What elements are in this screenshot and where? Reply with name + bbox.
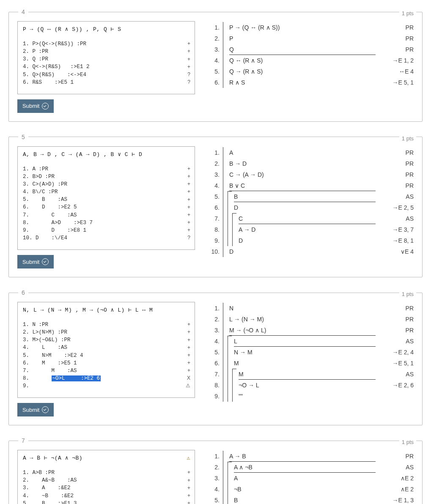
proof-row: 1.P → (Q ↔ (R ∧ S))PR [208,22,414,33]
line-mark: + [182,492,190,499]
work-line[interactable]: 3. C>(A>D) :PR+ [23,181,190,188]
warning-icon: ⚠ [187,455,190,461]
line-mark: ? [182,79,190,86]
work-line[interactable]: 5. B :AS+ [23,196,190,203]
submit-button[interactable]: Submit [17,99,54,113]
proof-row: 4.Q ↔ (R ∧ S)→E 1, 2 [208,55,414,66]
rendered-proof: 1.NPR2.L → (N → M)PR3.M → (¬O ∧ L)PR4.LA… [208,303,414,402]
check-circle-icon [42,103,49,110]
line-mark: + [182,359,190,367]
line-mark: + [182,329,190,336]
sequent-text: A, B → D , C → (A → D) , B ∨ C ⊢ D [23,151,190,158]
work-line[interactable]: 1. P>(Q<->(R&S)) :PR+ [23,40,190,48]
proof-row: 3.C → (A → D)PR [208,169,414,180]
proof-row: 7.CAS [208,213,414,224]
work-lines[interactable]: 1. P>(Q<->(R&S)) :PR+2. P :PR+3. Q :PR+4… [23,40,190,86]
proof-row: 8.A → D→E 3, 7 [208,224,414,235]
work-line[interactable]: 3. M>(~O&L) :PR+ [23,336,190,344]
rendered-proof: 1.A → BPR2.A ∧ ¬BAS3.A∧E 24.¬B∧E 25.B→E … [208,451,414,504]
line-mark: + [182,367,190,374]
work-line[interactable]: 5. N>M :>E2 4+ [23,352,190,359]
submit-button[interactable]: Submit [17,255,54,268]
proof-workbox[interactable]: A → B ⊢ ¬(A ∧ ¬B)⚠1. A>B :PR+2. A&~B :AS… [17,450,195,504]
work-line[interactable]: 2. A&~B :AS+ [23,477,190,484]
proof-row: 9.D→E 8, 1 [208,235,414,246]
line-mark: + [182,188,190,195]
proof-row: 4.B ∨ CPR [208,180,414,191]
proof-row: 4.LAS [208,336,414,347]
work-line[interactable]: 6. R&S :>E5 1? [23,79,190,86]
proof-row: 1.NPR [208,303,414,314]
work-line[interactable]: 3. Q :PR+ [23,55,190,63]
proof-row: 3.QPR [208,44,414,55]
line-mark: ? [182,234,190,241]
line-mark: + [182,477,190,484]
line-mark: + [182,227,190,234]
work-lines[interactable]: 1. N :PR+2. L>(N>M) :PR+3. M>(~O&L) :PR+… [23,321,190,390]
work-line[interactable]: 9. D :>E8 1+ [23,227,190,234]
work-line[interactable]: 6. D :>E2 5+ [23,203,190,211]
work-line[interactable]: 7. M :AS+ [23,367,190,375]
proof-row: 4.¬B∧E 2 [208,484,414,495]
proof-workbox[interactable]: A, B → D , C → (A → D) , B ∨ C ⊢ D1. A :… [17,146,195,250]
work-line[interactable]: 1. N :PR+ [23,321,190,329]
line-mark: + [182,56,190,63]
proof-row: 6.D→E 2, 5 [208,202,414,213]
work-line[interactable]: 2. P :PR+ [23,48,190,55]
points-label: 1 pts [399,135,416,142]
question: 71 ptsA → B ⊢ ¬(A ∧ ¬B)⚠1. A>B :PR+2. A&… [8,437,423,504]
question: 61 ptsN, L → (N → M) , M → (¬O ∧ L) ⊢ L … [8,289,423,425]
proof-row: 3.M → (¬O ∧ L)PR [208,325,414,336]
work-line[interactable]: 8. ~O>L :>E2 6X [23,375,190,382]
work-line[interactable]: 1. A :PR+ [23,165,190,173]
work-line[interactable]: 3. A :&E2+ [23,484,190,492]
proof-row: 10.D∨E 4 [208,246,414,257]
work-line[interactable]: 4. L :AS+ [23,344,190,351]
points-label: 1 pts [399,10,416,16]
work-line[interactable]: 4. B\/C :PR+ [23,188,190,196]
line-mark: + [182,173,190,180]
sequent-text: A → B ⊢ ¬(A ∧ ¬B)⚠ [23,455,190,461]
work-lines[interactable]: 1. A :PR+2. B>D :PR+3. C>(A>D) :PR+4. B\… [23,165,190,242]
rendered-proof: 1.APR2.B → DPR3.C → (A → D)PR4.B ∨ CPR5.… [208,147,414,257]
line-mark: + [182,485,190,492]
check-circle-icon [42,406,49,413]
work-line[interactable]: 4. ~B :&E2+ [23,492,190,500]
check-circle-icon [42,258,49,265]
points-label: 1 pts [399,291,416,297]
line-mark: + [182,337,190,344]
line-mark: + [182,40,190,47]
proof-row: 2.PPR [208,33,414,44]
submit-button[interactable]: Submit [17,403,54,416]
work-line[interactable]: 6. M :>E5 1+ [23,359,190,367]
line-mark: + [182,196,190,203]
rendered-proof: 1.P → (Q ↔ (R ∧ S))PR2.PPR3.QPR4.Q ↔ (R … [208,22,414,88]
proof-workbox[interactable]: P → (Q ↔ (R ∧ S)) , P, Q ⊢ S1. P>(Q<->(R… [17,21,195,94]
proof-row: 2.A ∧ ¬BAS [208,462,414,473]
proof-workbox[interactable]: N, L → (N → M) , M → (¬O ∧ L) ⊢ L ↔ M1. … [17,302,195,398]
line-mark: ⚠ [182,382,190,389]
work-line[interactable]: 5. Q>(R&S) :<->E4? [23,71,190,79]
line-mark: + [182,469,190,476]
line-mark: + [182,344,190,351]
sequent-text: P → (Q ↔ (R ∧ S)) , P, Q ⊢ S [23,26,190,33]
work-lines[interactable]: 1. A>B :PR+2. A&~B :AS+3. A :&E2+4. ~B :… [23,469,190,504]
work-line[interactable]: 2. B>D :PR+ [23,173,190,181]
work-line[interactable]: 1. A>B :PR+ [23,469,190,477]
work-line[interactable]: 2. L>(N>M) :PR+ [23,329,190,336]
line-mark: + [182,63,190,71]
work-line[interactable]: 8. A>D :>E3 7+ [23,219,190,227]
proof-row: 5.N → M→E 2, 4 [208,347,414,358]
line-mark: + [182,219,190,226]
line-mark: + [182,211,190,219]
work-line[interactable]: 10. D :\/E4? [23,234,190,242]
work-line[interactable]: 9.⚠ [23,382,190,390]
proof-row: 1.APR [208,147,414,158]
work-line[interactable]: 5. B :>E1 3+ [23,500,190,504]
line-mark: + [182,165,190,173]
line-mark: + [182,48,190,55]
proof-row: 2.B → DPR [208,158,414,169]
points-label: 1 pts [399,439,416,445]
work-line[interactable]: 4. Q<->(R&S) :>E1 2+ [23,63,190,71]
work-line[interactable]: 7. C :AS+ [23,211,190,219]
